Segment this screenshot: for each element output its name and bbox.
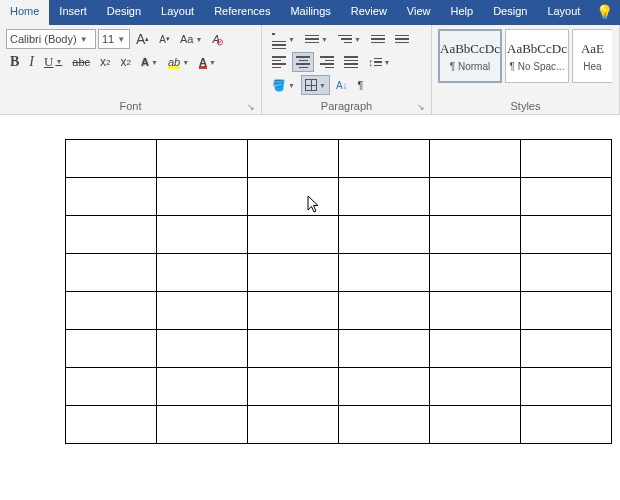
chevron-down-icon: ▼ <box>114 35 125 44</box>
line-spacing-button[interactable]: ↕▼ <box>364 52 394 72</box>
tell-me-icon[interactable]: 💡 <box>590 0 619 25</box>
ribbon: Calibri (Body) ▼ 11 ▼ A▴ A▾ Aa▼ A⊘ B I U… <box>0 25 620 115</box>
multilevel-list-button[interactable]: ▼ <box>334 29 365 49</box>
highlight-button[interactable]: ab ▼ <box>164 52 193 72</box>
group-styles-label: Styles <box>511 100 541 112</box>
text-effects-button[interactable]: A▼ <box>137 52 162 72</box>
line-spacing-icon <box>374 56 382 69</box>
font-color-swatch <box>199 66 207 69</box>
font-color-button[interactable]: A ▼ <box>195 52 220 72</box>
table-row[interactable] <box>66 406 612 444</box>
tab-view[interactable]: View <box>397 0 441 25</box>
table-row[interactable] <box>66 330 612 368</box>
group-paragraph: ▼ ▼ ▼ ↕▼ 🪣▼ ▼ A↓ ¶ Paragraph↘ <box>262 25 432 114</box>
table-row[interactable] <box>66 254 612 292</box>
numbering-icon <box>305 33 319 46</box>
align-right-button[interactable] <box>316 52 338 72</box>
tab-home[interactable]: Home <box>0 0 49 25</box>
pilcrow-icon: ¶ <box>358 79 364 91</box>
tab-design[interactable]: Design <box>97 0 151 25</box>
font-size-combo[interactable]: 11 ▼ <box>98 29 130 49</box>
grow-font-button[interactable]: A▴ <box>132 29 153 49</box>
bullets-button[interactable]: ▼ <box>268 29 299 49</box>
bullets-icon <box>272 27 286 52</box>
multilevel-icon <box>338 33 352 46</box>
document-canvas[interactable] <box>0 115 620 500</box>
group-styles: AaBbCcDc ¶ Normal AaBbCcDc ¶ No Spac... … <box>432 25 620 114</box>
increase-indent-button[interactable] <box>391 29 413 49</box>
clear-formatting-button[interactable]: A⊘ <box>208 29 223 49</box>
underline-button[interactable]: U▼ <box>40 52 66 72</box>
style-no-spacing[interactable]: AaBbCcDc ¶ No Spac... <box>505 29 569 83</box>
font-size-value: 11 <box>102 33 114 45</box>
justify-button[interactable] <box>340 52 362 72</box>
paragraph-dialog-launcher[interactable]: ↘ <box>417 102 425 112</box>
show-hide-button[interactable]: ¶ <box>354 75 368 95</box>
font-name-combo[interactable]: Calibri (Body) ▼ <box>6 29 96 49</box>
table-row[interactable] <box>66 140 612 178</box>
table-row[interactable] <box>66 178 612 216</box>
tab-insert[interactable]: Insert <box>49 0 97 25</box>
numbering-button[interactable]: ▼ <box>301 29 332 49</box>
style-normal[interactable]: AaBbCcDc ¶ Normal <box>438 29 502 83</box>
font-dialog-launcher[interactable]: ↘ <box>247 102 255 112</box>
strikethrough-button[interactable]: abc <box>68 52 94 72</box>
borders-button[interactable]: ▼ <box>301 75 330 95</box>
align-right-icon <box>320 54 334 70</box>
align-left-icon <box>272 54 286 70</box>
superscript-button[interactable]: x2 <box>117 52 135 72</box>
tab-layout[interactable]: Layout <box>151 0 204 25</box>
group-paragraph-label: Paragraph <box>321 100 372 112</box>
bold-button[interactable]: B <box>6 52 23 72</box>
align-center-icon <box>296 54 310 70</box>
decrease-indent-icon <box>371 33 385 46</box>
decrease-indent-button[interactable] <box>367 29 389 49</box>
align-center-button[interactable] <box>292 52 314 72</box>
font-name-value: Calibri (Body) <box>10 33 77 45</box>
chevron-down-icon: ▼ <box>77 35 88 44</box>
shrink-font-button[interactable]: A▾ <box>155 29 174 49</box>
table-row[interactable] <box>66 292 612 330</box>
tab-review[interactable]: Review <box>341 0 397 25</box>
tab-mailings[interactable]: Mailings <box>280 0 340 25</box>
highlight-color-swatch <box>168 66 180 69</box>
paint-bucket-icon: 🪣 <box>272 79 286 92</box>
change-case-button[interactable]: Aa▼ <box>176 29 206 49</box>
document-table[interactable] <box>65 139 612 444</box>
table-row[interactable] <box>66 216 612 254</box>
table-row[interactable] <box>66 368 612 406</box>
tab-help[interactable]: Help <box>441 0 484 25</box>
shading-button[interactable]: 🪣▼ <box>268 75 299 95</box>
borders-icon <box>305 79 317 91</box>
justify-icon <box>344 54 358 70</box>
tab-table-layout[interactable]: Layout <box>537 0 590 25</box>
align-left-button[interactable] <box>268 52 290 72</box>
menu-tab-strip: Home Insert Design Layout References Mai… <box>0 0 620 25</box>
tab-table-design[interactable]: Design <box>483 0 537 25</box>
subscript-button[interactable]: x2 <box>96 52 114 72</box>
tab-references[interactable]: References <box>204 0 280 25</box>
increase-indent-icon <box>395 33 409 46</box>
sort-button[interactable]: A↓ <box>332 75 352 95</box>
group-font: Calibri (Body) ▼ 11 ▼ A▴ A▾ Aa▼ A⊘ B I U… <box>0 25 262 114</box>
group-font-label: Font <box>119 100 141 112</box>
style-heading[interactable]: AaE Hea <box>572 29 612 83</box>
italic-button[interactable]: I <box>25 52 38 72</box>
